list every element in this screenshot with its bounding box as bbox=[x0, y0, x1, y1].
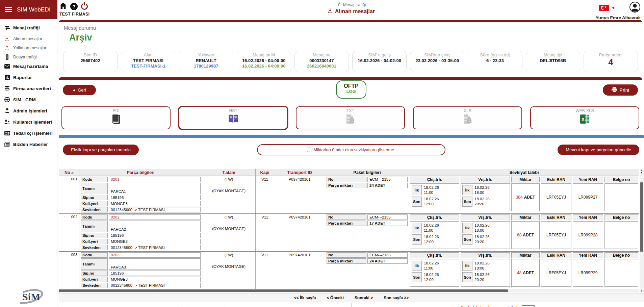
sevkeden-value[interactable]: 0012345600 -> TEST FIRMASI bbox=[109, 207, 201, 212]
parca-miktari-value[interactable]: 24 ADET bbox=[367, 183, 408, 188]
sipno-value[interactable]: 185196 bbox=[109, 271, 201, 276]
oftp-log-button[interactable]: OFTP LOG bbox=[336, 80, 366, 99]
sidebar-item-kullanici-islemleri[interactable]: Kullanıcı işlemleri bbox=[0, 119, 57, 125]
define-missing-doors-parts-button[interactable]: Eksik kapı ve parçaları tanımla bbox=[63, 145, 139, 155]
language-caret-icon[interactable]: ▼ bbox=[612, 6, 615, 10]
home-icon[interactable] bbox=[59, 2, 67, 11]
kodu-value[interactable]: 8202 bbox=[109, 214, 201, 220]
next-page-link[interactable]: Sonraki > bbox=[355, 296, 373, 300]
vertical-scrollbar-thumb[interactable] bbox=[640, 182, 643, 252]
hamburger-menu-icon[interactable] bbox=[5, 6, 12, 13]
page-size-select[interactable]: 5 ▼ bbox=[522, 305, 535, 307]
vertical-scrollbar[interactable]: ▲▼ ▼ bbox=[640, 169, 644, 292]
kodu-value[interactable]: 8201 bbox=[109, 177, 201, 182]
sidebar-item-mesaj-trafigi[interactable]: Mesaj trafiği bbox=[0, 25, 57, 31]
update-existing-doors-parts-button[interactable]: Mevcut kapı ve parçaları güncelle bbox=[558, 145, 639, 155]
kullyeri-value[interactable]: MONGE3 bbox=[109, 201, 201, 206]
open-book-icon bbox=[228, 114, 239, 126]
paket-no-value[interactable]: ECM---2135 bbox=[367, 214, 408, 220]
print-button[interactable]: Print bbox=[603, 84, 638, 96]
sidebar-item-sim-crm[interactable]: SIM - CRM bbox=[0, 97, 57, 103]
first-page-link[interactable]: << İlk sayfa bbox=[294, 296, 316, 300]
transport-id-cell: P097420101 bbox=[274, 214, 325, 251]
help-icon[interactable]: ? bbox=[70, 3, 78, 10]
sidebar: Mesaj trafiği Alınan mesajlar Yollanan m… bbox=[0, 19, 57, 307]
shipment-request-cell: Çkş.trh. Vrş.trh. Miktar Eski RAN Yeni R… bbox=[409, 176, 639, 213]
last-page-link[interactable]: Son sayfa >> bbox=[384, 296, 409, 300]
breadcrumb-current[interactable]: Alınan mesajlar bbox=[301, 8, 402, 15]
col-header-talani: T.alanı bbox=[202, 169, 256, 176]
upload-tray-icon bbox=[4, 45, 10, 51]
col-header-paket: Paket bilgileri bbox=[325, 169, 409, 176]
kullyeri-value[interactable]: MONGE3 bbox=[109, 239, 201, 244]
field-label: Parça miktarı bbox=[327, 258, 366, 264]
sevkeden-value[interactable]: 0012345600 -> TEST FIRMASI bbox=[109, 245, 201, 250]
logout-power-icon[interactable] bbox=[81, 3, 88, 10]
tanimi-value[interactable]: PARCA1 bbox=[109, 183, 201, 194]
info-cards: Sim ID 25687402 Alan TEST FIRMASI TEST-F… bbox=[63, 51, 638, 72]
col-header-kapi: Kapı bbox=[256, 169, 274, 176]
new-ran-box: LR099P28 bbox=[573, 221, 603, 249]
database-icon bbox=[4, 85, 10, 92]
sipno-value[interactable]: 185196 bbox=[109, 195, 201, 200]
package-info-cell: NoECM---2135 Parça miktarı17 ADET bbox=[325, 214, 409, 251]
pagination-bar: << İlk sayfa < Önceki Sonraki > Son sayf… bbox=[59, 293, 644, 302]
parca-miktari-value[interactable]: 17 ADET bbox=[367, 221, 408, 226]
language-flag-turkish[interactable]: ★ bbox=[599, 5, 609, 11]
sidebar-item-bizden-haberler[interactable]: Bizden Haberler bbox=[0, 141, 57, 147]
sidebar-item-raporlar[interactable]: Raporlar bbox=[0, 74, 57, 80]
table-row: 003 Kodu8203 TanımıPARCA3 Sip.no185196 K… bbox=[59, 252, 639, 289]
printer-icon bbox=[612, 87, 617, 93]
breadcrumb-parent[interactable]: Mesaj trafiği bbox=[301, 2, 402, 7]
panel-top-border bbox=[59, 77, 642, 80]
hide-zero-shipments-option: Miktarları 0 adet olan sevkiyatları göst… bbox=[257, 144, 445, 155]
sidebar-item-dosya-trafigi[interactable]: Dosya trafiği bbox=[0, 54, 57, 60]
departure-time-box: İlk18.02.2611:00 Son18.02.2612:00 bbox=[410, 259, 459, 287]
tab-txt[interactable]: TXT bbox=[296, 106, 405, 129]
sidebar-item-alinan-mesajlar[interactable]: Alınan mesajlar bbox=[0, 36, 57, 42]
sevkeden-value[interactable]: 0012345600 -> TEST FIRMASI bbox=[109, 283, 201, 288]
horizontal-scrollbar-thumb[interactable] bbox=[59, 289, 508, 292]
sidebar-item-firma-ana-verileri[interactable]: Firma ana verileri bbox=[0, 85, 57, 92]
prev-page-link[interactable]: < Önceki bbox=[327, 296, 343, 300]
paket-no-value[interactable]: ECM---2135 bbox=[367, 177, 408, 182]
sidebar-item-yollanan-mesajlar[interactable]: Yollanan mesajlar bbox=[0, 45, 57, 51]
new-ran-box: LR099P29 bbox=[573, 259, 603, 287]
sipno-value[interactable]: 185196 bbox=[109, 233, 201, 238]
arrival-time-box: İlk18.02.2618:00 Son18.02.2620:20 bbox=[461, 259, 510, 287]
hide-zero-shipments-checkbox[interactable] bbox=[307, 148, 311, 152]
parca-miktari-value[interactable]: 24 ADET bbox=[367, 258, 408, 264]
kullyeri-value[interactable]: MONGE3 bbox=[109, 277, 201, 282]
tab-web-xls[interactable]: WEB-XLS X bbox=[530, 106, 639, 129]
field-label: Parça miktarı bbox=[327, 183, 366, 188]
field-label: No bbox=[327, 252, 366, 258]
horizontal-scrollbar[interactable] bbox=[59, 289, 639, 292]
paket-no-value[interactable]: ECM---2135 bbox=[367, 252, 408, 258]
section-divider bbox=[59, 135, 644, 138]
tanimi-value[interactable]: PARCA3 bbox=[109, 258, 201, 270]
sidebar-item-admin-islemleri[interactable]: Admin işlemleri bbox=[0, 108, 57, 114]
arrival-time-box: İlk18.02.2618:00 Son18.02.2620:20 bbox=[461, 183, 510, 211]
document-no-box bbox=[604, 221, 638, 249]
download-tray-icon bbox=[4, 36, 10, 42]
back-button[interactable]: ◀ Geri bbox=[63, 85, 96, 95]
user-avatar-icon[interactable] bbox=[629, 1, 641, 14]
tab-edi[interactable]: EDI bbox=[61, 106, 171, 129]
tab-xls[interactable]: XLS bbox=[413, 106, 522, 129]
svg-text:SiM: SiM bbox=[22, 291, 40, 302]
breadcrumb: Mesaj trafiği Alınan mesajlar bbox=[301, 2, 402, 15]
field-label: Tanımı bbox=[81, 183, 108, 194]
sidebar-item-tedarikci-islemleri[interactable]: Tedarikçi işlemleri bbox=[0, 130, 57, 136]
table-row: 001 Kodu8201 TanımıPARCA1 Sip.no185196 K… bbox=[59, 176, 639, 214]
main-content: Mesaj durumu Arşiv Sim ID 25687402 Alan … bbox=[58, 19, 644, 307]
sidebar-item-mesaj-hazirlama[interactable]: Mesaj hazırlama bbox=[0, 63, 57, 69]
envelope-icon bbox=[4, 63, 10, 69]
tanimi-value[interactable]: PARCA2 bbox=[109, 221, 201, 232]
card-yollayan: Yollayan RENAULT 1780129987 bbox=[179, 51, 233, 72]
old-ran-box: LRF05EYJ bbox=[541, 221, 571, 249]
tab-hst[interactable]: HST bbox=[179, 106, 288, 129]
exchange-arrows-icon bbox=[4, 25, 10, 31]
card-simden-cikis: SİM'den çıkış 23.02.2026 - 03:35:00 bbox=[410, 51, 464, 72]
kodu-value[interactable]: 8203 bbox=[109, 252, 201, 258]
delivery-area-cell: (TW) (OYAK MONTAGE) bbox=[202, 252, 256, 289]
